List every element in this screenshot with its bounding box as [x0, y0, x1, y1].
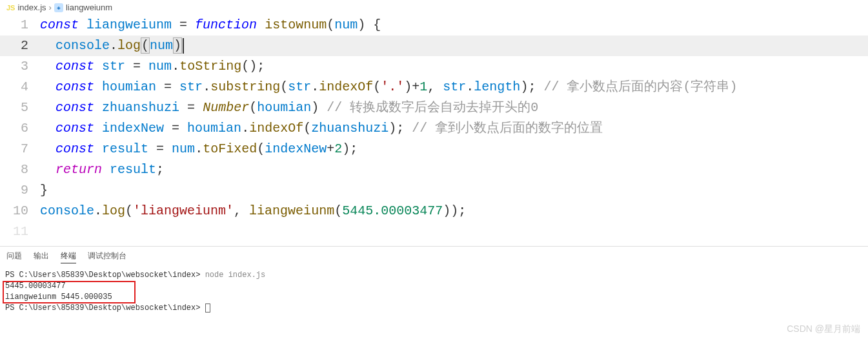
terminal-cursor-icon	[205, 303, 210, 313]
code-line[interactable]: 9 }	[0, 180, 868, 201]
tab-problems[interactable]: 问题	[6, 249, 22, 263]
line-number: 9	[0, 180, 40, 201]
variable-icon: ◈	[54, 3, 63, 12]
code-line[interactable]: 8 return result;	[0, 159, 868, 180]
terminal-output: liangweiunm 5445.000035	[5, 292, 863, 303]
line-number: 7	[0, 139, 40, 159]
panel-tabs: 问题 输出 终端 调试控制台	[0, 247, 868, 267]
line-number: 10	[0, 201, 40, 221]
tab-terminal[interactable]: 终端	[61, 249, 76, 263]
code-line[interactable]: 10 console.log('liangweiunm', liangweiun…	[0, 201, 868, 221]
code-editor[interactable]: 1 const liangweiunm = function istownum(…	[0, 15, 868, 242]
code-line[interactable]: 6 const indexNew = houmian.indexOf(zhuan…	[0, 118, 868, 139]
breadcrumb: JS index.js › ◈ liangweiunm	[0, 0, 868, 15]
bottom-panel: 问题 输出 终端 调试控制台 PS C:\Users\85839\Desktop…	[0, 246, 868, 316]
code-line-active[interactable]: 2 console.log(num)	[0, 36, 868, 56]
breadcrumb-symbol[interactable]: liangweiunm	[66, 3, 112, 12]
line-number: 6	[0, 118, 40, 139]
code-line[interactable]: 3 const str = num.toString();	[0, 56, 868, 77]
line-number: 2	[0, 36, 40, 56]
code-line[interactable]: 7 const result = num.toFixed(indexNew+2)…	[0, 139, 868, 159]
tab-output[interactable]: 输出	[34, 249, 49, 263]
terminal-output: 5445.00003477	[5, 281, 863, 292]
terminal-line: PS C:\Users\85839\Desktop\websocket\inde…	[5, 303, 863, 314]
line-number: 1	[0, 15, 40, 36]
tab-debug-console[interactable]: 调试控制台	[88, 249, 126, 263]
line-number: 8	[0, 159, 40, 180]
js-file-icon: JS	[6, 4, 15, 12]
code-line[interactable]: 5 const zhuanshuzi = Number(houmian) // …	[0, 98, 868, 118]
line-number: 11	[0, 221, 40, 242]
line-number: 5	[0, 98, 40, 118]
chevron-right-icon: ›	[49, 3, 52, 12]
code-line[interactable]: 1 const liangweiunm = function istownum(…	[0, 15, 868, 36]
line-number: 4	[0, 77, 40, 98]
line-number: 3	[0, 56, 40, 77]
breadcrumb-file[interactable]: index.js	[17, 3, 46, 12]
terminal-line: PS C:\Users\85839\Desktop\websocket\inde…	[5, 270, 863, 281]
code-line[interactable]: 4 const houmian = str.substring(str.inde…	[0, 77, 868, 98]
watermark: CSDN @星月前端	[787, 324, 860, 335]
terminal[interactable]: PS C:\Users\85839\Desktop\websocket\inde…	[0, 267, 868, 316]
text-cursor	[183, 38, 184, 54]
code-line[interactable]: 11	[0, 221, 868, 242]
